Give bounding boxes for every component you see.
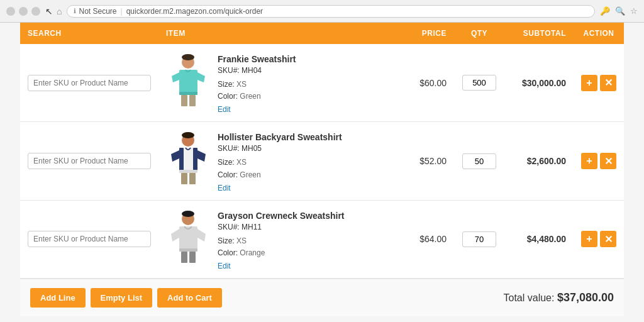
qty-cell-3 bbox=[454, 231, 504, 247]
svg-rect-1 bbox=[179, 92, 197, 95]
product-attr-3: Size: XS Color: Orange bbox=[218, 235, 345, 259]
item-cell-2: Hollister Backyard Sweatshirt SKU#: MH05… bbox=[158, 130, 397, 192]
qty-cell-2 bbox=[454, 153, 504, 169]
remove-button-1[interactable]: ✕ bbox=[600, 75, 616, 91]
add-button-2[interactable]: + bbox=[581, 153, 597, 169]
table-row: Hollister Backyard Sweatshirt SKU#: MH05… bbox=[20, 122, 624, 200]
svg-rect-3 bbox=[189, 95, 196, 106]
svg-rect-15 bbox=[179, 248, 197, 252]
add-to-cart-button[interactable]: Add to Cart bbox=[157, 288, 222, 308]
empty-list-button[interactable]: Empty List bbox=[91, 288, 152, 308]
add-button-3[interactable]: + bbox=[581, 231, 597, 247]
home-icon[interactable]: ⌂ bbox=[57, 6, 62, 16]
url-separator: | bbox=[121, 7, 123, 16]
edit-link-1[interactable]: Edit bbox=[218, 105, 231, 114]
svg-rect-10 bbox=[181, 173, 187, 184]
svg-rect-16 bbox=[181, 252, 187, 263]
search-cell-2 bbox=[20, 153, 158, 169]
url-text: quickorder.m2.magezon.com/quick-order bbox=[126, 7, 263, 16]
table-row: Grayson Crewneck Sweatshirt SKU#: MH11 S… bbox=[20, 201, 624, 279]
svg-point-5 bbox=[182, 54, 194, 60]
cursor-icon: ↖ bbox=[45, 6, 53, 16]
lock-icon: ℹ bbox=[74, 8, 76, 14]
product-info-3: Grayson Crewneck Sweatshirt SKU#: MH11 S… bbox=[218, 208, 345, 270]
qty-cell-1 bbox=[454, 75, 504, 91]
product-attr-2: Size: XS Color: Green bbox=[218, 157, 342, 180]
browser-chrome: ↖ ⌂ ℹ Not Secure | quickorder.m2.magezon… bbox=[0, 0, 644, 23]
add-button-1[interactable]: + bbox=[581, 75, 597, 91]
edit-link-3[interactable]: Edit bbox=[218, 262, 231, 270]
svg-rect-7 bbox=[179, 148, 184, 172]
secure-label: Not Secure bbox=[79, 7, 116, 16]
price-cell-3: $64.00 bbox=[397, 234, 454, 244]
action-cell-3: + ✕ bbox=[574, 231, 624, 247]
product-attr-1: Size: XS Color: Green bbox=[218, 79, 296, 103]
header-qty: QTY bbox=[454, 23, 504, 44]
search-input-3[interactable] bbox=[28, 231, 151, 247]
header-item: ITEM bbox=[158, 23, 397, 44]
qty-input-2[interactable] bbox=[462, 153, 496, 169]
star-icon[interactable]: ☆ bbox=[630, 6, 638, 16]
header-subtotal: SUBTOTAL bbox=[504, 23, 574, 44]
svg-rect-14 bbox=[179, 226, 197, 252]
product-info-2: Hollister Backyard Sweatshirt SKU#: MH05… bbox=[218, 130, 342, 192]
item-cell-1: Frankie Sweatshirt SKU#: MH04 Size: XS C… bbox=[158, 52, 397, 114]
edit-link-2[interactable]: Edit bbox=[218, 184, 231, 192]
svg-rect-17 bbox=[189, 252, 196, 263]
nav-controls: ↖ ⌂ bbox=[45, 6, 62, 16]
product-name-2: Hollister Backyard Sweatshirt bbox=[218, 132, 342, 142]
action-cell-1: + ✕ bbox=[574, 75, 624, 91]
svg-point-19 bbox=[182, 211, 194, 217]
remove-button-3[interactable]: ✕ bbox=[600, 231, 616, 247]
address-bar[interactable]: ℹ Not Secure | quickorder.m2.magezon.com… bbox=[67, 5, 595, 18]
subtotal-cell-3: $4,480.00 bbox=[504, 234, 574, 244]
key-icon[interactable]: 🔑 bbox=[600, 6, 610, 16]
price-cell-2: $52.00 bbox=[397, 156, 454, 166]
product-name-1: Frankie Sweatshirt bbox=[218, 54, 296, 64]
subtotal-cell-1: $30,000.00 bbox=[504, 78, 574, 88]
search-cell-3 bbox=[20, 231, 158, 247]
product-image-1 bbox=[166, 52, 210, 108]
zoom-icon[interactable]: 🔍 bbox=[615, 6, 625, 16]
table-row: Frankie Sweatshirt SKU#: MH04 Size: XS C… bbox=[20, 44, 624, 122]
svg-rect-9 bbox=[179, 170, 197, 173]
total-value: Total value: $37,080.00 bbox=[504, 291, 614, 304]
total-amount: $37,080.00 bbox=[557, 291, 614, 304]
svg-rect-11 bbox=[189, 173, 196, 184]
product-image-3 bbox=[166, 208, 210, 265]
svg-rect-0 bbox=[179, 70, 197, 95]
qty-input-3[interactable] bbox=[462, 231, 496, 247]
browser-action-icons: 🔑 🔍 ☆ bbox=[600, 6, 638, 16]
table-header: SEARCH ITEM PRICE QTY SUBTOTAL ACTION bbox=[20, 23, 624, 44]
window-close[interactable] bbox=[6, 7, 15, 16]
window-maximize[interactable] bbox=[31, 7, 40, 16]
page-content: SEARCH ITEM PRICE QTY SUBTOTAL ACTION bbox=[20, 23, 624, 316]
footer-buttons: Add Line Empty List Add to Cart bbox=[30, 288, 222, 308]
product-image-2 bbox=[166, 130, 210, 186]
total-label: Total value: bbox=[504, 292, 555, 303]
window-minimize[interactable] bbox=[19, 7, 28, 16]
remove-button-2[interactable]: ✕ bbox=[600, 153, 616, 169]
action-cell-2: + ✕ bbox=[574, 153, 624, 169]
search-cell-1 bbox=[20, 75, 158, 91]
product-sku-1: SKU#: MH04 bbox=[218, 66, 296, 75]
header-search: SEARCH bbox=[20, 23, 158, 44]
search-input-1[interactable] bbox=[28, 75, 151, 91]
product-name-3: Grayson Crewneck Sweatshirt bbox=[218, 211, 345, 221]
header-price: PRICE bbox=[397, 23, 454, 44]
subtotal-cell-2: $2,600.00 bbox=[504, 156, 574, 166]
add-line-button[interactable]: Add Line bbox=[30, 288, 86, 308]
product-sku-3: SKU#: MH11 bbox=[218, 223, 345, 231]
qty-input-1[interactable] bbox=[462, 75, 496, 91]
table-footer: Add Line Empty List Add to Cart Total va… bbox=[20, 279, 624, 316]
price-cell-1: $60.00 bbox=[397, 78, 454, 88]
product-info-1: Frankie Sweatshirt SKU#: MH04 Size: XS C… bbox=[218, 52, 296, 114]
search-input-2[interactable] bbox=[28, 153, 151, 169]
svg-rect-8 bbox=[193, 148, 197, 172]
svg-point-13 bbox=[182, 132, 194, 138]
window-controls bbox=[6, 7, 40, 16]
header-action: ACTION bbox=[574, 23, 624, 44]
product-sku-2: SKU#: MH05 bbox=[218, 144, 342, 153]
svg-rect-2 bbox=[181, 95, 187, 106]
item-cell-3: Grayson Crewneck Sweatshirt SKU#: MH11 S… bbox=[158, 208, 397, 270]
